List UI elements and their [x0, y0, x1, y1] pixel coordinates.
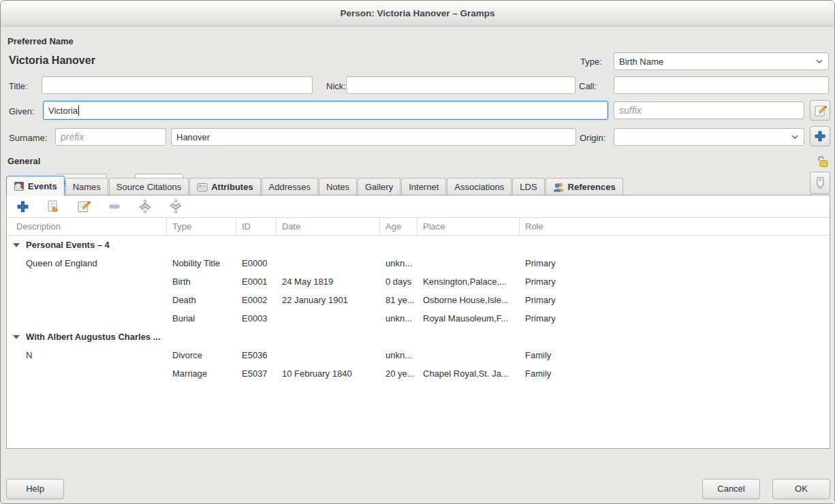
tab-label: LDS — [520, 182, 537, 192]
remove-event-button[interactable] — [107, 199, 122, 214]
tab-label: Gallery — [365, 182, 393, 192]
preferred-name-section-label: Preferred Name — [7, 36, 74, 46]
column-header[interactable]: Type — [167, 218, 236, 235]
table-row[interactable]: N Divorce E5036 unkn... Family — [7, 346, 830, 364]
given-input[interactable]: Victoria — [43, 101, 608, 120]
cell-date — [277, 346, 380, 364]
column-header[interactable]: Description — [7, 218, 167, 235]
window-title: Person: Victoria Hanover – Gramps — [340, 8, 494, 18]
given-label: Given: — [9, 106, 35, 116]
cell-id: E0001 — [236, 272, 277, 291]
surname-prefix-input[interactable] — [55, 128, 166, 146]
events-table-header: Description Type ID Date Age Place Role — [7, 217, 830, 236]
nick-label: Nick: — [326, 81, 346, 91]
name-editor-button[interactable] — [810, 100, 830, 121]
edit-event-button[interactable] — [76, 199, 91, 214]
table-row[interactable]: Queen of England Nobility Title E0000 un… — [7, 254, 830, 272]
ok-button[interactable]: OK — [772, 479, 830, 499]
unlock-icon[interactable] — [815, 155, 829, 168]
column-header[interactable]: Age — [380, 218, 418, 235]
tab-label: Notes — [326, 182, 349, 192]
event-group-label: Personal Events – 4 — [26, 240, 110, 250]
cell-id: E0003 — [236, 309, 277, 328]
tab-internet[interactable]: Internet — [401, 178, 446, 195]
tab-source-citations[interactable]: Source Citations — [109, 178, 189, 195]
tab-label: Source Citations — [116, 182, 181, 192]
cell-type: Birth — [167, 272, 236, 291]
add-event-button[interactable] — [15, 199, 30, 214]
event-group-label: With Albert Augustus Charles ... — [26, 332, 161, 342]
cell-description — [7, 291, 167, 309]
share-event-button[interactable] — [46, 199, 61, 214]
name-type-combobox[interactable]: Birth Name — [614, 52, 829, 70]
surname-label: Surname: — [9, 133, 47, 143]
suffix-input[interactable] — [614, 101, 804, 119]
table-row[interactable]: Marriage E5037 10 February 1840 20 ye...… — [7, 364, 830, 383]
cell-type: Death — [167, 291, 236, 309]
cell-age: 20 ye... — [380, 364, 418, 383]
title-input[interactable] — [42, 76, 313, 94]
cell-date: 22 January 1901 — [277, 291, 380, 309]
cell-place: Kensington,Palace,... — [418, 272, 520, 291]
add-surname-button[interactable] — [810, 126, 830, 146]
column-header[interactable]: Date — [277, 218, 380, 235]
tab-label: Events — [28, 181, 57, 191]
cell-description: N — [7, 346, 167, 364]
cell-age: unkn... — [380, 254, 418, 272]
tab-references[interactable]: References — [546, 178, 623, 195]
table-row[interactable]: Death E0002 22 January 1901 81 ye... Osb… — [7, 291, 830, 309]
move-down-button[interactable] — [168, 199, 183, 214]
edit-icon — [814, 104, 827, 117]
tag-button[interactable] — [810, 172, 830, 194]
column-header[interactable]: Role — [520, 218, 830, 235]
type-label: Type: — [580, 57, 602, 67]
expander-icon[interactable] — [13, 335, 20, 339]
titlebar[interactable]: Person: Victoria Hanover – Gramps — [1, 1, 834, 27]
attributes-icon — [197, 183, 208, 192]
tab-notes[interactable]: Notes — [319, 178, 357, 195]
tab-names[interactable]: Names — [65, 178, 108, 195]
name-form: Preferred Name Victoria Hanover Type: Bi… — [1, 27, 835, 201]
nick-input[interactable] — [346, 76, 576, 94]
column-header[interactable]: ID — [236, 218, 277, 235]
events-panel: Description Type ID Date Age Place Role … — [6, 195, 830, 449]
cell-age: 81 ye... — [380, 291, 418, 309]
move-up-button[interactable] — [138, 199, 153, 214]
column-header[interactable]: Place — [418, 218, 520, 235]
cell-role: Family — [520, 346, 830, 364]
person-editor-dialog: Person: Victoria Hanover – Gramps Prefer… — [0, 0, 835, 504]
cell-id: E0000 — [236, 254, 277, 272]
tab-gallery[interactable]: Gallery — [358, 178, 400, 195]
expander-icon[interactable] — [13, 243, 20, 247]
cell-id: E5036 — [236, 346, 277, 364]
tab-attributes[interactable]: Attributes — [189, 178, 260, 195]
tab-events[interactable]: Events — [6, 176, 65, 195]
table-row[interactable]: Burial E0003 unkn... Royal Mausoleum,F..… — [7, 309, 830, 328]
surname-input[interactable] — [171, 128, 576, 146]
cell-role: Primary — [520, 254, 830, 272]
name-type-value: Birth Name — [619, 57, 815, 67]
events-table-body: Personal Events – 4 Queen of England Nob… — [7, 236, 830, 383]
event-group-row[interactable]: Personal Events – 4 — [7, 236, 830, 254]
tab-label: Attributes — [211, 182, 253, 192]
tab-label: Names — [73, 182, 101, 192]
cell-place: Osborne House,Isle... — [418, 291, 520, 309]
tab-addresses[interactable]: Addresses — [262, 178, 318, 195]
chevron-down-icon — [815, 59, 823, 64]
edit-icon — [77, 200, 91, 213]
tab-associations[interactable]: Associations — [447, 178, 511, 195]
preferred-name-display: Victoria Hanover — [9, 54, 95, 67]
cell-description — [7, 364, 167, 383]
cancel-button[interactable]: Cancel — [702, 479, 760, 499]
origin-label: Origin: — [580, 133, 605, 143]
call-input[interactable] — [614, 76, 829, 94]
event-group-row[interactable]: With Albert Augustus Charles ... — [7, 328, 830, 346]
cell-description — [7, 272, 167, 291]
tab-lds[interactable]: LDS — [512, 178, 544, 195]
tag-icon — [815, 176, 825, 189]
chevron-down-icon — [791, 134, 799, 140]
origin-combobox[interactable] — [614, 128, 804, 146]
help-button[interactable]: Help — [6, 479, 64, 499]
tab-label: Associations — [454, 182, 504, 192]
table-row[interactable]: Birth E0001 24 May 1819 0 days Kensingto… — [7, 272, 830, 291]
